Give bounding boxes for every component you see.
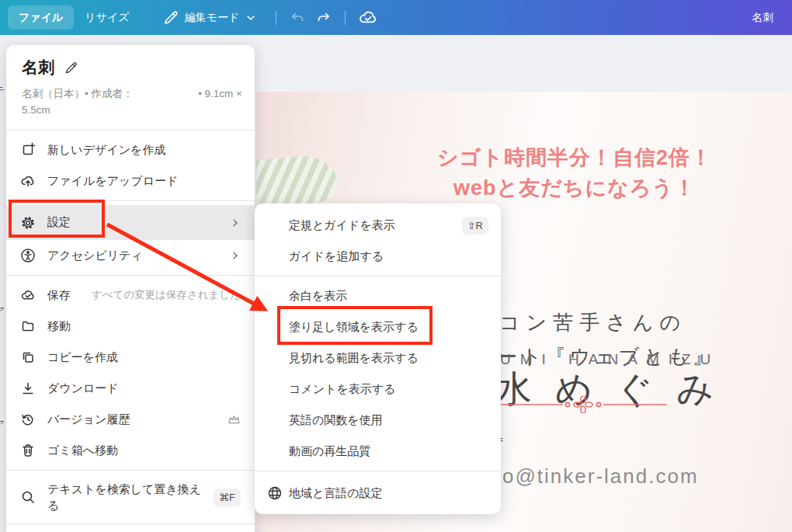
- menu-item-label: 新しいデザインを作成: [47, 143, 165, 158]
- edge-fragment-3: ア: [0, 418, 5, 432]
- menu-item-accessibility[interactable]: アクセシビリティ: [6, 240, 255, 271]
- menu-item-label: 保存: [47, 288, 71, 303]
- card-headline-line1: シゴト時間半分！自信2倍！: [357, 143, 792, 173]
- menu-item-label: ダウンロード: [47, 381, 119, 396]
- shortcut-badge: ⇧R: [462, 217, 488, 235]
- canva-editor: シゴト時間半分！自信2倍！ webと友だちになろう！ コン苦手さんの ート『ウェ…: [0, 0, 792, 532]
- menu-divider: [6, 200, 255, 201]
- accessibility-icon: [20, 248, 36, 263]
- resize-button-label: リサイズ: [85, 11, 129, 25]
- document-title[interactable]: 名刺: [752, 11, 773, 25]
- trash-icon: [20, 443, 36, 458]
- edge-fragment-2: ア: [0, 304, 5, 318]
- submenu-item-add-guides[interactable]: ガイドを追加する: [255, 241, 501, 272]
- menu-item-save[interactable]: 保存 すべての変更は保存されました: [6, 280, 255, 311]
- file-menu-button[interactable]: ファイル: [8, 5, 74, 30]
- menu-divider: [255, 471, 501, 471]
- design-meta: 名刺（日本）• 作成者： • 9.1cm × 5.5cm: [22, 85, 239, 118]
- gear-icon: [20, 215, 36, 231]
- card-headline: シゴト時間半分！自信2倍！ webと友だちになろう！: [357, 143, 792, 203]
- menu-item-upload-file[interactable]: ファイルをアップロード: [6, 165, 255, 196]
- submenu-item-label: 余白を表示: [289, 289, 347, 304]
- download-icon: [20, 381, 36, 396]
- new-design-icon: [20, 142, 36, 158]
- submenu-item-video-playback-quality[interactable]: 動画の再生品質: [255, 436, 501, 467]
- menu-item-label: 移動: [47, 319, 71, 334]
- menu-item-download[interactable]: ダウンロード: [6, 373, 255, 404]
- menu-item-find-and-replace[interactable]: テキストを検索して置き換える ⌘F: [6, 475, 255, 520]
- card-headline-line2: webと友だちになろう！: [357, 173, 792, 203]
- menu-item-version-history[interactable]: バージョン履歴: [6, 404, 255, 435]
- design-meta-size-1: • 9.1cm ×: [198, 85, 242, 102]
- submenu-item-show-cutoff-range[interactable]: 見切れる範囲を表示する: [255, 342, 501, 374]
- menu-item-label: ゴミ箱へ移動: [47, 443, 118, 458]
- submenu-item-label: コメントを表示する: [289, 382, 395, 397]
- redo-icon: [315, 9, 332, 26]
- edit-mode-dropdown[interactable]: 編集モード: [151, 5, 269, 30]
- cloud-check-icon: [358, 8, 378, 28]
- menu-item-label: 設定: [47, 215, 71, 230]
- folder-icon: [20, 318, 36, 334]
- submenu-item-label: 見切れる範囲を表示する: [289, 351, 419, 366]
- menu-item-label: コピーを作成: [47, 350, 118, 365]
- menu-item-label: ファイルをアップロード: [47, 174, 179, 189]
- submenu-item-show-bleed-area[interactable]: 塗り足し領域を表示する: [255, 311, 501, 342]
- leaf-photo-decoration: [256, 152, 339, 209]
- edge-fragment-1: テ: [0, 84, 5, 98]
- menu-item-settings[interactable]: 設定: [6, 205, 255, 240]
- design-meta-size-2: 5.5cm: [22, 102, 239, 118]
- menu-divider: [6, 470, 255, 471]
- save-status-text: すべての変更は保存されました: [92, 288, 241, 302]
- version-history-icon: [20, 412, 36, 427]
- cloud-save-status-button[interactable]: [353, 5, 383, 30]
- submenu-item-label: 英語の関数を使用: [289, 413, 383, 428]
- menu-divider: [6, 130, 255, 130]
- coral-divider-ornament: [499, 396, 667, 413]
- menu-item-label: バージョン履歴: [47, 412, 130, 427]
- menu-item-label: テキストを検索して置き換える: [47, 481, 203, 513]
- cloud-check-save-icon: [20, 287, 36, 303]
- menu-divider: [6, 275, 255, 276]
- menu-item-make-copy[interactable]: コピーを作成: [6, 342, 255, 373]
- edit-title-pencil-icon[interactable]: [64, 61, 78, 75]
- undo-button[interactable]: [284, 5, 311, 30]
- design-meta-type-author: 名刺（日本）• 作成者：: [22, 85, 133, 102]
- toolbar-separator: [276, 11, 276, 25]
- file-menu-panel: 名刺 名刺（日本）• 作成者： • 9.1cm × 5.5cm: [6, 45, 255, 532]
- submenu-item-label: 地域と言語の設定: [289, 486, 383, 501]
- submenu-item-label: ガイドを追加する: [289, 249, 384, 264]
- submenu-item-show-margins[interactable]: 余白を表示: [255, 280, 501, 311]
- redo-button[interactable]: [311, 5, 337, 30]
- file-menu-button-label: ファイル: [19, 11, 63, 25]
- submenu-item-use-english-functions[interactable]: 英語の関数を使用: [255, 405, 501, 436]
- resize-button[interactable]: リサイズ: [74, 5, 140, 30]
- submenu-item-show-rulers-guides[interactable]: 定規とガイドを表示 ⇧R: [255, 210, 501, 241]
- editor-toolbar: ファイル リサイズ 編集モード: [0, 0, 792, 35]
- menu-item-create-new-design[interactable]: 新しいデザインを作成: [6, 134, 255, 165]
- chevron-right-icon: [230, 250, 241, 261]
- settings-submenu-panel: 定規とガイドを表示 ⇧R ガイドを追加する 余白を表示 塗り足し領域を表示する …: [255, 203, 501, 514]
- menu-item-move[interactable]: 移動: [6, 311, 255, 342]
- chevron-right-icon: [230, 217, 241, 228]
- submenu-item-show-comments[interactable]: コメントを表示する: [255, 374, 501, 405]
- submenu-item-label: 定規とガイドを表示: [289, 218, 395, 233]
- file-menu-header: 名刺 名刺（日本）• 作成者： • 9.1cm × 5.5cm: [6, 45, 255, 126]
- edit-mode-label: 編集モード: [185, 11, 240, 25]
- menu-divider: [255, 276, 501, 276]
- card-email: o@tinker-land.com: [502, 464, 699, 489]
- undo-icon: [289, 9, 306, 26]
- submenu-item-label: 塗り足し領域を表示する: [289, 320, 419, 335]
- copy-icon: [20, 349, 36, 365]
- design-title: 名刺: [22, 57, 54, 78]
- shortcut-badge: ⌘F: [214, 489, 241, 506]
- submenu-item-region-language-settings[interactable]: 地域と言語の設定: [255, 475, 501, 511]
- menu-item-move-to-trash[interactable]: ゴミ箱へ移動: [6, 435, 255, 466]
- card-body-line1: コン苦手さんの: [499, 309, 686, 336]
- cloud-upload-icon: [20, 173, 36, 189]
- search-icon: [20, 489, 36, 505]
- pro-crown-icon: [228, 414, 241, 425]
- menu-item-label: アクセシビリティ: [47, 249, 143, 263]
- card-name-roman: UMI HANAMIZU: [500, 351, 720, 368]
- toolbar-separator: [345, 11, 346, 25]
- menu-divider: [6, 523, 255, 524]
